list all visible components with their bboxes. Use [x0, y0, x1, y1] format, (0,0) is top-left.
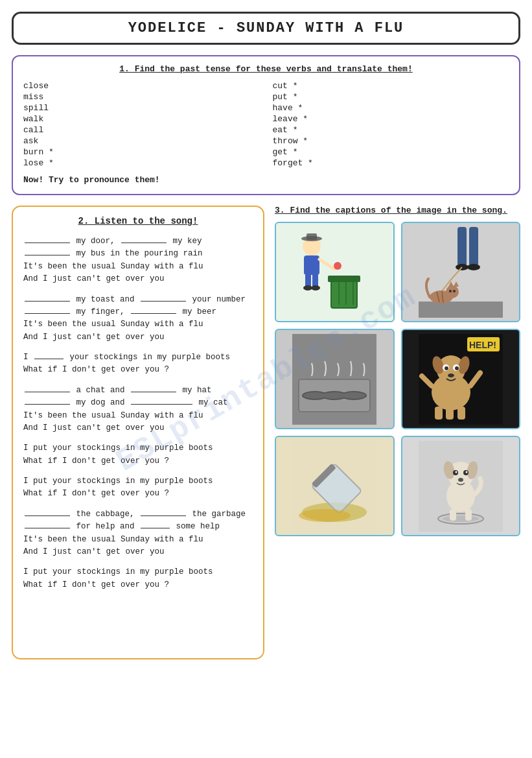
stanza-6: I put your stockings in my purple boots … [23, 475, 253, 501]
stanza-3: I your stockings in my purple boots What… [23, 351, 253, 377]
blank [25, 301, 70, 302]
song-line: my finger, my beer [23, 306, 253, 318]
verbs-right-col: cut * put * have * leave * eat * throw *… [273, 80, 509, 169]
steam-svg [292, 334, 376, 425]
verb-item: cut * [273, 80, 509, 91]
svg-point-19 [467, 264, 480, 270]
blank [25, 404, 70, 405]
svg-rect-70 [450, 509, 456, 521]
blank [121, 243, 167, 243]
bottom-layout: 2. Listen to the song! my door, my key m… [12, 206, 520, 659]
pronounce-note: Now! Try to pronounce them! [23, 175, 509, 185]
stanza-2: my toast and your number my finger, my b… [23, 294, 253, 344]
svg-rect-49 [446, 407, 454, 420]
svg-point-25 [453, 290, 456, 292]
verb-item: spill [23, 102, 260, 113]
svg-point-14 [311, 285, 320, 290]
svg-point-69 [458, 478, 463, 482]
song-line: It's been the usual Sunday with a flu [23, 318, 253, 331]
song-line: I put your stockings in my purple boots [23, 566, 253, 578]
image-steaming-tray [275, 329, 395, 429]
dog-plate-svg [419, 441, 503, 532]
song-line: What if I don't get over you ? [23, 455, 253, 468]
svg-rect-8 [304, 255, 319, 275]
svg-rect-1 [328, 276, 360, 282]
blank [25, 528, 70, 528]
svg-point-21 [446, 285, 459, 298]
blank [141, 301, 186, 302]
song-line: I put your stockings in my purple boots [23, 475, 253, 488]
section1-title: 1. Find the past tense for these verbs a… [23, 64, 509, 74]
song-line: a chat and my hat [23, 385, 253, 397]
blank [25, 313, 70, 314]
song-line: I your stockings in my purple boots [23, 351, 253, 364]
blank [131, 404, 192, 405]
blank [131, 392, 176, 392]
svg-rect-50 [457, 407, 465, 420]
stanza-5: I put your stockings in my purple boots … [23, 442, 253, 468]
section2-title: 2. Listen to the song! [23, 216, 253, 226]
song-line: It's been the usual Sunday with a flu [23, 410, 253, 422]
page-title: YODELICE - SUNDAY WITH A FLU [12, 12, 520, 45]
svg-point-57 [299, 509, 351, 522]
svg-point-68 [465, 471, 467, 473]
svg-point-60 [443, 515, 479, 522]
svg-point-46 [455, 366, 459, 370]
song-line: my bus in the pouring rain [23, 248, 253, 260]
cat-leash-svg [419, 227, 503, 318]
song-line: And I just can't get over you [23, 273, 253, 285]
section1-container: 1. Find the past tense for these verbs a… [12, 55, 520, 195]
verb-item: close [23, 80, 260, 91]
svg-rect-17 [469, 227, 478, 266]
verb-item: have * [273, 102, 509, 113]
verb-item: lose * [23, 158, 260, 169]
verb-item: get * [273, 147, 509, 158]
verbs-grid: close miss spill walk call ask burn * lo… [23, 80, 509, 169]
song-line: for help and some help [23, 521, 253, 533]
svg-rect-16 [457, 227, 467, 266]
song-line: What if I don't get over you ? [23, 364, 253, 376]
svg-rect-7 [306, 233, 317, 240]
song-line: I put your stockings in my purple boots [23, 442, 253, 455]
svg-point-47 [448, 373, 454, 377]
song-line: It's been the usual Sunday with a flu [23, 261, 253, 273]
blank [131, 313, 176, 314]
svg-line-9 [319, 259, 334, 269]
verb-item: miss [23, 91, 260, 102]
image-cat-leash [401, 222, 521, 322]
svg-marker-23 [454, 281, 459, 287]
verb-item: forget * [273, 158, 509, 169]
blank [141, 528, 170, 528]
svg-point-24 [449, 290, 452, 292]
stanza-1: my door, my key my bus in the pouring ra… [23, 235, 253, 286]
song-line: my toast and your number [23, 294, 253, 306]
song-line: And I just can't get over you [23, 546, 253, 558]
svg-text:HELP!: HELP! [469, 340, 496, 350]
verb-item: call [23, 124, 260, 136]
image-help-cartoon: HELP! [401, 329, 521, 429]
svg-point-67 [455, 471, 457, 473]
help-svg: HELP! [419, 334, 503, 425]
stanza-8: I put your stockings in my purple boots … [23, 566, 253, 591]
jar-svg [292, 441, 376, 532]
svg-point-13 [303, 285, 312, 290]
verb-item: burn * [23, 147, 260, 158]
section3-title: 3. Find the captions of the image in the… [275, 206, 520, 215]
blank [34, 359, 64, 359]
song-line: And I just can't get over you [23, 422, 253, 434]
image-dog-plate [401, 436, 521, 536]
svg-point-45 [445, 366, 448, 370]
section2-container: 2. Listen to the song! my door, my key m… [12, 206, 264, 659]
song-line: What if I don't get over you ? [23, 579, 253, 591]
verb-item: put * [273, 91, 509, 102]
blank [141, 515, 186, 516]
svg-point-35 [342, 392, 365, 399]
song-line: It's been the usual Sunday with a flu [23, 534, 253, 546]
blank [25, 255, 70, 255]
image-spilled-jar [275, 436, 395, 536]
svg-point-10 [334, 262, 341, 270]
blank [25, 243, 70, 243]
boy-throwing-svg [292, 227, 376, 318]
verb-item: walk [23, 113, 260, 124]
svg-rect-71 [465, 509, 472, 521]
